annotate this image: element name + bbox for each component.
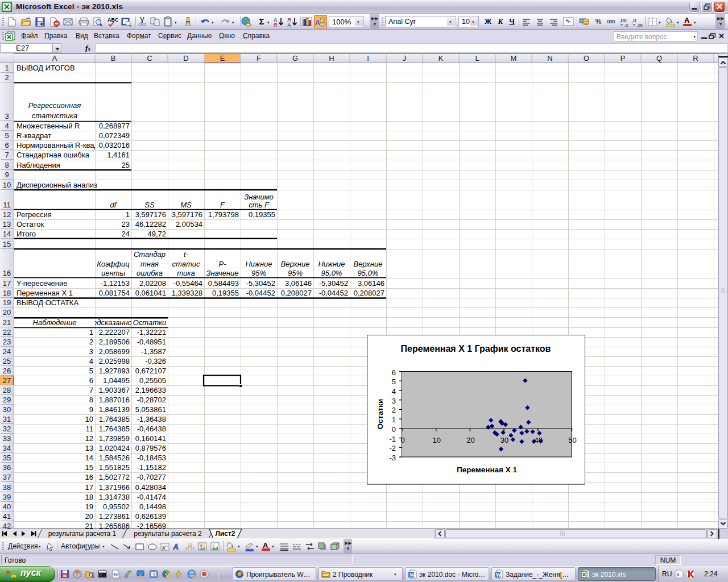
svg-text:2: 2 — [5, 73, 9, 82]
svg-text:5: 5 — [89, 367, 93, 375]
svg-text:G: G — [292, 54, 298, 63]
svg-text:21: 21 — [85, 522, 93, 529]
svg-text:Остаток: Остаток — [16, 220, 44, 228]
svg-text:,00: ,00 — [619, 18, 627, 23]
svg-text:5,053861: 5,053861 — [135, 405, 166, 414]
svg-text:9: 9 — [5, 171, 9, 179]
svg-text:33: 33 — [3, 434, 11, 443]
svg-text:0,879576: 0,879576 — [135, 444, 166, 452]
svg-text:-0,04452: -0,04452 — [319, 289, 348, 297]
svg-text:Переменная X 1: Переменная X 1 — [457, 465, 517, 474]
svg-text:N: N — [547, 54, 552, 63]
svg-text:41: 41 — [3, 512, 11, 521]
svg-text:статис: статис — [172, 260, 200, 268]
svg-text:-2: -2 — [389, 444, 396, 452]
svg-text:ВЫВОД ОСТАТКА: ВЫВОД ОСТАТКА — [16, 298, 78, 307]
svg-text:Итого: Итого — [16, 230, 36, 238]
svg-text:27: 27 — [3, 376, 11, 385]
svg-text:сть F: сть F — [249, 201, 270, 209]
svg-text:O: O — [584, 54, 589, 63]
svg-text:1: 1 — [126, 210, 130, 219]
svg-text:0,672107: 0,672107 — [135, 367, 166, 375]
svg-text:2,02208: 2,02208 — [139, 279, 166, 288]
svg-text:D: D — [183, 54, 188, 63]
svg-text:P: P — [621, 54, 626, 63]
svg-text:А: А — [287, 22, 291, 28]
svg-text:1,846139: 1,846139 — [99, 405, 130, 414]
svg-text:-0,326: -0,326 — [145, 357, 166, 365]
svg-text:-3: -3 — [389, 454, 396, 462]
svg-text:2,00534: 2,00534 — [176, 220, 202, 228]
svg-text:8: 8 — [5, 161, 9, 169]
svg-text:16: 16 — [85, 473, 93, 481]
svg-text:34: 34 — [3, 444, 11, 452]
svg-text:-2,16569: -2,16569 — [137, 522, 166, 529]
svg-text:49,72: 49,72 — [147, 230, 166, 238]
svg-text:1,339328: 1,339328 — [172, 289, 202, 297]
svg-text:95,0%: 95,0% — [358, 269, 379, 277]
svg-text:Регрессионная: Регрессионная — [28, 101, 81, 110]
svg-text:1,887016: 1,887016 — [99, 396, 130, 404]
svg-text:статистика: статистика — [32, 111, 77, 120]
svg-text:Стандартная ошибка: Стандартная ошибка — [16, 151, 90, 159]
svg-text:95,0%: 95,0% — [321, 269, 342, 277]
svg-text:-5,30452: -5,30452 — [319, 279, 348, 288]
svg-text:26: 26 — [3, 367, 11, 375]
svg-text:-0,46438: -0,46438 — [137, 425, 166, 433]
svg-text:1,739859: 1,739859 — [99, 434, 130, 443]
svg-text:Множественный R: Множественный R — [16, 122, 80, 130]
svg-text:38: 38 — [3, 483, 11, 492]
svg-text:3,597176: 3,597176 — [172, 210, 202, 219]
svg-text:1,764385: 1,764385 — [99, 425, 130, 433]
svg-text:W: W — [409, 572, 415, 578]
svg-text:3,06146: 3,06146 — [358, 279, 384, 288]
svg-text:W: W — [113, 572, 118, 577]
svg-text:0,428034: 0,428034 — [135, 483, 166, 492]
svg-text:14: 14 — [3, 230, 11, 238]
svg-text:17: 17 — [3, 279, 11, 288]
svg-text:-0,48951: -0,48951 — [137, 338, 166, 346]
svg-text:0,160141: 0,160141 — [135, 434, 166, 443]
svg-text:0,208027: 0,208027 — [354, 289, 384, 297]
svg-text:3: 3 — [89, 347, 93, 356]
svg-text:6: 6 — [392, 368, 396, 377]
svg-text:7: 7 — [89, 386, 93, 394]
svg-text:0,19355: 0,19355 — [212, 289, 239, 297]
svg-text:12: 12 — [85, 434, 93, 443]
svg-text:7: 7 — [5, 151, 9, 159]
svg-text:2,222207: 2,222207 — [99, 328, 130, 336]
svg-text:P-: P- — [219, 260, 227, 268]
svg-text:19: 19 — [85, 502, 93, 511]
svg-text:24: 24 — [3, 347, 11, 356]
svg-text:Остатки: Остатки — [133, 318, 167, 327]
svg-text:1: 1 — [89, 328, 93, 336]
svg-text:Нижние: Нижние — [245, 260, 272, 268]
svg-text:42: 42 — [3, 522, 11, 529]
svg-text:0,032016: 0,032016 — [99, 141, 130, 149]
svg-text:-0,41474: -0,41474 — [137, 493, 166, 501]
svg-text:0,626139: 0,626139 — [135, 512, 166, 521]
svg-text:0,19355: 0,19355 — [249, 210, 275, 219]
svg-text:12: 12 — [3, 210, 11, 219]
svg-text:2: 2 — [392, 406, 396, 414]
svg-text:-0,18453: -0,18453 — [137, 454, 166, 462]
svg-text:18: 18 — [3, 289, 11, 297]
svg-text:Коэффиц: Коэффиц — [97, 260, 130, 268]
svg-text:F: F — [257, 54, 261, 63]
svg-text:15: 15 — [3, 240, 11, 248]
svg-text:1,502772: 1,502772 — [99, 473, 130, 481]
svg-text:32: 32 — [3, 425, 11, 433]
svg-text:Переменная X 1 График остатков: Переменная X 1 График остатков — [401, 344, 551, 354]
svg-text:«: « — [676, 571, 680, 577]
svg-text:13: 13 — [3, 220, 11, 228]
svg-text:1,764385: 1,764385 — [99, 415, 130, 423]
svg-text:F: F — [220, 201, 225, 209]
svg-text:I: I — [367, 54, 369, 63]
svg-text:1,4161: 1,4161 — [107, 151, 130, 159]
svg-text:37: 37 — [3, 473, 11, 481]
svg-text:R-квадрат: R-квадрат — [16, 131, 51, 140]
svg-text:B: B — [111, 54, 116, 63]
svg-text:-1,3587: -1,3587 — [141, 347, 166, 356]
svg-text:Наблюдения: Наблюдения — [16, 161, 60, 169]
svg-text:5: 5 — [5, 131, 9, 140]
